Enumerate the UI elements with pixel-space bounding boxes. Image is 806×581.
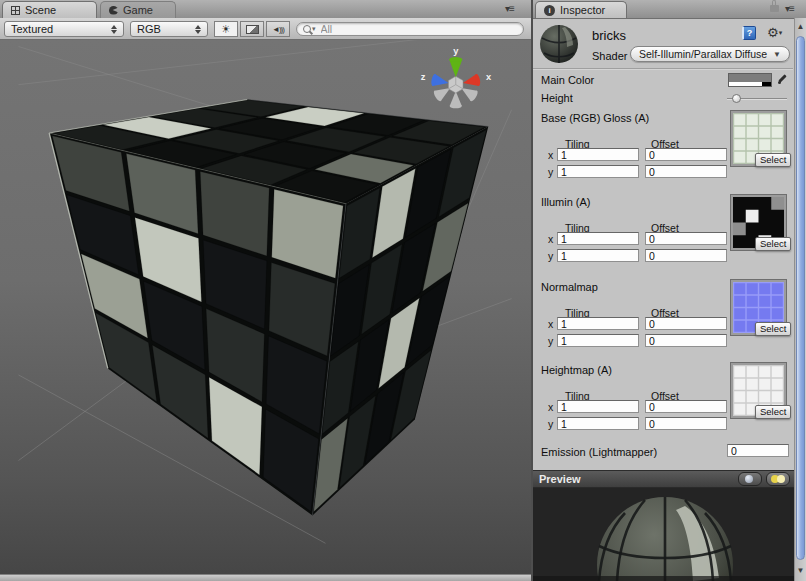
dropdown-arrows-icon bbox=[189, 25, 201, 34]
material-name: bricks bbox=[592, 28, 626, 43]
select-button[interactable]: Select bbox=[755, 237, 791, 251]
scroll-down-icon[interactable]: ▼ bbox=[795, 566, 806, 575]
preview-sphere-toggle-button[interactable] bbox=[738, 472, 762, 486]
tiling-x-field[interactable] bbox=[557, 148, 639, 161]
search-input[interactable] bbox=[319, 22, 493, 36]
scrollbar-thumb[interactable] bbox=[796, 36, 805, 560]
offset-x-field[interactable] bbox=[645, 148, 727, 161]
scene-viewport[interactable]: yxz bbox=[0, 40, 531, 574]
slider-knob[interactable] bbox=[732, 94, 741, 103]
help-book-icon[interactable]: ? bbox=[742, 26, 756, 40]
scene-3d-render: yxz bbox=[0, 40, 531, 574]
lock-icon[interactable] bbox=[770, 5, 779, 12]
shader-value: Self-Illumin/Parallax Diffuse bbox=[639, 48, 767, 60]
gizmo-axis-y-label[interactable]: y bbox=[453, 46, 459, 56]
shader-label: Shader bbox=[592, 50, 627, 62]
tiling-y-field[interactable] bbox=[557, 165, 639, 178]
alpha-bar bbox=[729, 82, 771, 86]
select-button[interactable]: Select bbox=[755, 322, 791, 336]
axis-row-label: x bbox=[548, 233, 553, 245]
tiling-y-field[interactable] bbox=[557, 334, 639, 347]
audio-toggle-button[interactable]: ◄))) bbox=[266, 21, 290, 37]
axis-row-label: y bbox=[548, 418, 553, 430]
emission-field[interactable] bbox=[727, 444, 789, 457]
sun-icon: ☀ bbox=[221, 24, 231, 34]
dropdown-arrows-icon bbox=[105, 25, 117, 34]
scene-panel-menu-icon[interactable]: ▾≡ bbox=[505, 3, 514, 14]
preview-label: Preview bbox=[533, 473, 581, 485]
axis-row-label: x bbox=[548, 318, 553, 330]
inspector-tabstrip: i Inspector ▾≡ bbox=[533, 0, 806, 19]
material-preview-area[interactable] bbox=[533, 488, 794, 581]
color-mode-value: RGB bbox=[137, 23, 161, 35]
height-slider[interactable] bbox=[727, 92, 787, 105]
offset-y-field[interactable] bbox=[645, 249, 727, 262]
axis-row-label: x bbox=[548, 401, 553, 413]
unity-editor-window: Scene Game ▾≡ Textured RGB ☀ ◄))) ▾ bbox=[0, 0, 806, 581]
preview-lighting-toggle-button[interactable] bbox=[766, 472, 790, 486]
preview-header[interactable]: Preview bbox=[533, 470, 794, 488]
main-color-swatch[interactable] bbox=[728, 73, 772, 87]
select-button[interactable]: Select bbox=[755, 405, 791, 419]
section-label: Illumin (A) bbox=[541, 196, 591, 208]
material-ball-thumbnail bbox=[539, 24, 579, 64]
search-icon bbox=[303, 25, 311, 33]
offset-x-field[interactable] bbox=[645, 232, 727, 245]
chevron-down-icon: ▼ bbox=[773, 50, 781, 59]
eyedropper-icon[interactable] bbox=[777, 73, 789, 86]
gear-icon[interactable]: ⚙▾ bbox=[767, 26, 782, 39]
search-filter-caret-icon: ▾ bbox=[312, 25, 316, 33]
preview-sphere-render bbox=[533, 488, 794, 581]
tiling-y-field[interactable] bbox=[557, 249, 639, 262]
tab-game[interactable]: Game bbox=[100, 1, 176, 18]
tiling-x-field[interactable] bbox=[557, 400, 639, 413]
emission-label: Emission (Lightmapper) bbox=[541, 446, 657, 458]
scene-search-field[interactable]: ▾ bbox=[296, 22, 524, 36]
draw-mode-dropdown[interactable]: Textured bbox=[4, 21, 124, 37]
offset-y-field[interactable] bbox=[645, 334, 727, 347]
offset-y-field[interactable] bbox=[645, 165, 727, 178]
axis-row-label: x bbox=[548, 149, 553, 161]
scene-bottom-strip bbox=[0, 574, 531, 581]
axis-row-label: y bbox=[548, 166, 553, 178]
axis-row-label: y bbox=[548, 335, 553, 347]
main-color-fill bbox=[729, 74, 771, 82]
offset-x-field[interactable] bbox=[645, 317, 727, 330]
skybox-toggle-button[interactable] bbox=[240, 21, 264, 37]
tab-game-label: Game bbox=[123, 4, 153, 16]
game-icon bbox=[109, 6, 118, 15]
height-label: Height bbox=[541, 92, 573, 104]
image-icon bbox=[246, 25, 259, 34]
scroll-up-icon[interactable]: ▲ bbox=[795, 22, 806, 31]
tiling-x-field[interactable] bbox=[557, 232, 639, 245]
inspector-panel: i Inspector ▾≡ bricks Shader Self-Illumi… bbox=[533, 0, 806, 581]
tab-scene[interactable]: Scene bbox=[2, 1, 97, 18]
info-icon: i bbox=[544, 5, 555, 16]
tiling-x-field[interactable] bbox=[557, 317, 639, 330]
tab-scene-label: Scene bbox=[25, 4, 56, 16]
shader-dropdown[interactable]: Self-Illumin/Parallax Diffuse ▼ bbox=[630, 46, 790, 62]
tiling-y-field[interactable] bbox=[557, 417, 639, 430]
section-label: Heightmap (A) bbox=[541, 364, 612, 376]
light-on-icon bbox=[777, 475, 785, 483]
gizmo-axis-x-label[interactable]: x bbox=[486, 72, 492, 82]
sphere-icon bbox=[745, 475, 753, 483]
speaker-icon: ◄))) bbox=[272, 25, 284, 34]
color-mode-dropdown[interactable]: RGB bbox=[130, 21, 208, 37]
offset-y-field[interactable] bbox=[645, 417, 727, 430]
scene-grid-icon bbox=[11, 6, 20, 15]
axis-row-label: y bbox=[548, 250, 553, 262]
draw-mode-value: Textured bbox=[11, 23, 53, 35]
tab-inspector-label: Inspector bbox=[560, 4, 605, 16]
gizmo-axis-z-label[interactable]: z bbox=[421, 72, 426, 82]
tab-inspector[interactable]: i Inspector bbox=[535, 1, 627, 18]
offset-x-field[interactable] bbox=[645, 400, 727, 413]
lighting-toggle-button[interactable]: ☀ bbox=[214, 21, 238, 37]
section-label: Base (RGB) Gloss (A) bbox=[541, 112, 649, 124]
inspector-scrollbar[interactable]: ▲ ▼ bbox=[794, 18, 806, 581]
section-label: Normalmap bbox=[541, 281, 598, 293]
main-color-label: Main Color bbox=[541, 74, 594, 86]
select-button[interactable]: Select bbox=[755, 153, 791, 167]
inspector-panel-menu-icon[interactable]: ▾≡ bbox=[785, 3, 794, 14]
scene-toolbar: Textured RGB ☀ ◄))) ▾ bbox=[0, 18, 531, 40]
